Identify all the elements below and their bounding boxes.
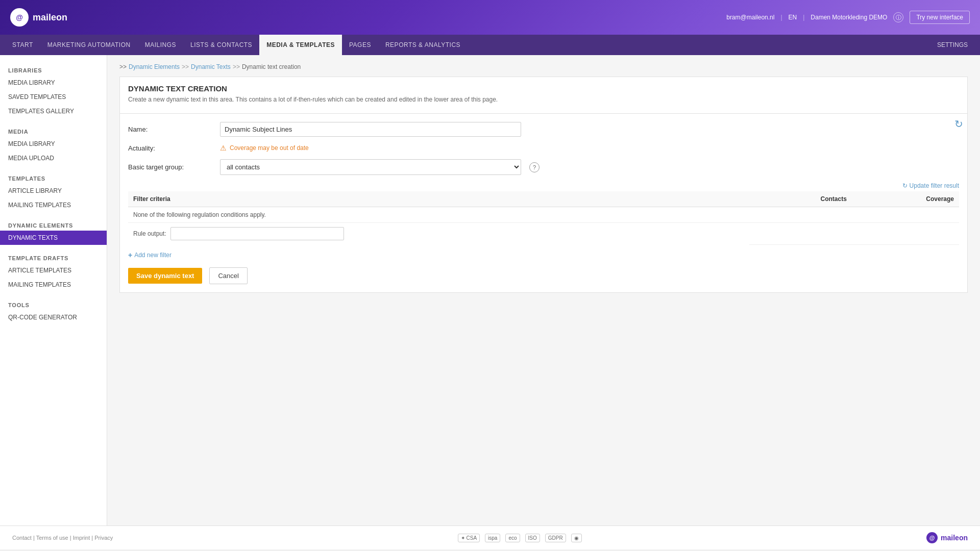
nav-item-media[interactable]: MEDIA & TEMPLATES xyxy=(259,35,342,55)
nav-bar: START MARKETING AUTOMATION MAILINGS LIST… xyxy=(0,35,980,55)
refresh-icon-filter: ↻ xyxy=(902,182,908,189)
sidebar-item-article-library[interactable]: ARTICLE LIBRARY xyxy=(0,184,107,198)
actuality-label: Actuality: xyxy=(128,144,220,152)
sidebar-section-templates: TEMPLATES xyxy=(0,171,107,184)
sidebar-section-dynamic: DYNAMIC ELEMENTS xyxy=(0,218,107,231)
sidebar-item-saved-templates[interactable]: SAVED TEMPLATES xyxy=(0,90,107,104)
sidebar-item-media-library-1[interactable]: MEDIA LIBRARY xyxy=(0,76,107,90)
top-header: @ maileon bram@maileon.nl | EN | Damen M… xyxy=(0,0,980,35)
actuality-warning: ⚠ Coverage may be out of date xyxy=(220,144,309,152)
sidebar-section-drafts: TEMPLATE DRAFTS xyxy=(0,251,107,263)
breadcrumb-sep3: >> xyxy=(233,63,240,70)
empty-coverage xyxy=(852,223,959,245)
cancel-button[interactable]: Cancel xyxy=(209,267,247,284)
empty-contacts xyxy=(749,223,852,245)
add-filter-row: + Add new filter xyxy=(128,251,959,259)
footer-maileon-text: maileon xyxy=(941,534,968,542)
form-area: ↻ Name: Actuality: ⚠ Coverage may be out… xyxy=(119,114,968,293)
name-label: Name: xyxy=(128,126,220,133)
sidebar: LIBRARIES MEDIA LIBRARY SAVED TEMPLATES … xyxy=(0,55,107,525)
badge-eco: eco xyxy=(505,534,520,542)
nav-item-start[interactable]: START xyxy=(5,35,40,55)
footer-logos: ✦ CSA ispa eco ISO GDPR ◉ xyxy=(458,534,582,542)
button-row: Save dynamic text Cancel xyxy=(128,267,959,284)
help-icon[interactable]: ? xyxy=(529,162,540,172)
filter-col-criteria: Filter criteria xyxy=(128,191,749,207)
sidebar-item-media-upload[interactable]: MEDIA UPLOAD xyxy=(0,151,107,165)
page-title: DYNAMIC TEXT CREATION xyxy=(128,84,959,93)
nav-item-marketing[interactable]: MARKETING AUTOMATION xyxy=(40,35,138,55)
filter-table: Filter criteria Contacts Coverage None o… xyxy=(128,191,959,245)
sidebar-section-media: MEDIA xyxy=(0,124,107,137)
breadcrumb-sep2: >> xyxy=(182,63,189,70)
badge-ispa: ispa xyxy=(485,534,500,542)
filter-col-contacts: Contacts xyxy=(749,191,852,207)
breadcrumb-current: Dynamic text creation xyxy=(242,63,301,70)
footer-contact[interactable]: Contact xyxy=(12,535,32,541)
nav-settings[interactable]: SETTINGS xyxy=(930,35,975,55)
try-new-button[interactable]: Try new interface xyxy=(910,11,970,24)
filter-header-row: ↻ Update filter result xyxy=(128,182,959,189)
nav-item-pages[interactable]: PAGES xyxy=(342,35,378,55)
breadcrumb-dynamic-elements[interactable]: Dynamic Elements xyxy=(129,63,180,70)
plus-icon: + xyxy=(128,251,132,259)
none-condition-row: None of the following regulation conditi… xyxy=(128,207,959,223)
filter-col-coverage: Coverage xyxy=(852,191,959,207)
update-filter-link[interactable]: ↻ Update filter result xyxy=(902,182,959,189)
sidebar-section-tools: TOOLS xyxy=(0,298,107,310)
logo-icon: @ xyxy=(10,8,29,27)
rule-output-label: Rule output: xyxy=(133,230,166,237)
footer-maileon-logo: @ maileon xyxy=(926,532,968,543)
nav-item-reports[interactable]: REPORTS & ANALYTICS xyxy=(378,35,468,55)
breadcrumb-sep1: >> xyxy=(119,63,127,70)
lang-link[interactable]: EN xyxy=(789,14,797,21)
footer-maileon-at: @ xyxy=(926,532,938,543)
rule-output-row: Rule output: xyxy=(128,223,959,245)
name-input[interactable] xyxy=(220,122,521,137)
demo-link[interactable]: Damen Motorkleding DEMO xyxy=(811,14,887,21)
sidebar-item-mailing-templates-1[interactable]: MAILING TEMPLATES xyxy=(0,198,107,212)
header-right: bram@maileon.nl | EN | Damen Motorkledin… xyxy=(726,11,970,24)
sidebar-item-qr-code[interactable]: QR-CODE GENERATOR xyxy=(0,310,107,324)
basic-target-select[interactable]: all contacts xyxy=(220,159,521,175)
sidebar-item-templates-gallery[interactable]: TEMPLATES GALLERY xyxy=(0,104,107,118)
footer-privacy[interactable]: Privacy xyxy=(94,535,113,541)
refresh-icon-top[interactable]: ↻ xyxy=(954,118,963,130)
add-filter-link[interactable]: + Add new filter xyxy=(128,251,959,259)
sidebar-item-dynamic-texts[interactable]: DYNAMIC TEXTS xyxy=(0,231,107,245)
page-title-block: DYNAMIC TEXT CREATION Create a new dynam… xyxy=(119,77,968,114)
actuality-value: ⚠ Coverage may be out of date xyxy=(220,144,959,152)
logo-text: maileon xyxy=(33,12,67,23)
sidebar-item-article-templates[interactable]: ARTICLE TEMPLATES xyxy=(0,263,107,278)
main-layout: LIBRARIES MEDIA LIBRARY SAVED TEMPLATES … xyxy=(0,55,980,525)
name-value xyxy=(220,122,959,137)
footer-links: Contact | Terms of use | Imprint | Priva… xyxy=(12,535,113,541)
badge-iso: ISO xyxy=(525,534,540,542)
footer-imprint[interactable]: Imprint xyxy=(73,535,90,541)
badge-other: ◉ xyxy=(571,534,582,542)
logo-area: @ maileon xyxy=(10,8,67,27)
basic-target-value: all contacts ? xyxy=(220,159,959,175)
basic-target-label: Basic target group: xyxy=(128,163,220,171)
actuality-row: Actuality: ⚠ Coverage may be out of date xyxy=(128,144,959,152)
warning-icon: ⚠ xyxy=(220,144,227,152)
add-filter-label: Add new filter xyxy=(134,252,172,259)
sep1: | xyxy=(780,14,782,21)
content-area: >> Dynamic Elements >> Dynamic Texts >> … xyxy=(107,55,980,525)
none-condition-text: None of the following regulation conditi… xyxy=(128,207,959,223)
nav-item-lists[interactable]: LISTS & CONTACTS xyxy=(183,35,259,55)
info-icon[interactable]: ⓘ xyxy=(893,12,903,22)
rule-output-input[interactable] xyxy=(170,227,344,240)
footer-terms[interactable]: Terms of use xyxy=(36,535,68,541)
sidebar-item-media-library-2[interactable]: MEDIA LIBRARY xyxy=(0,137,107,151)
breadcrumb-dynamic-texts[interactable]: Dynamic Texts xyxy=(191,63,231,70)
nav-item-mailings[interactable]: MAILINGS xyxy=(138,35,183,55)
save-dynamic-text-button[interactable]: Save dynamic text xyxy=(128,268,202,284)
badge-csa: ✦ CSA xyxy=(458,534,480,542)
sidebar-section-libraries: LIBRARIES xyxy=(0,63,107,76)
name-row: Name: xyxy=(128,122,959,137)
sidebar-item-mailing-templates-2[interactable]: MAILING TEMPLATES xyxy=(0,278,107,292)
basic-target-row: Basic target group: all contacts ? xyxy=(128,159,959,175)
filter-criteria-section: ↻ Update filter result Filter criteria C… xyxy=(128,182,959,245)
update-filter-label: Update filter result xyxy=(910,182,959,189)
